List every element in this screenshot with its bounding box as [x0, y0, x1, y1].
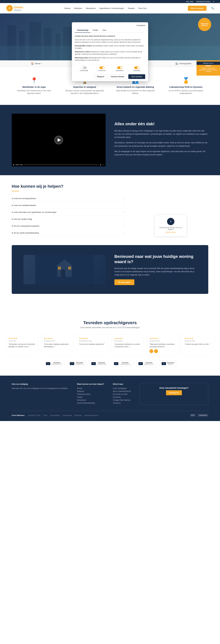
review-card-4: ★★★★★ 04 mei 2023 "Liep gewoon vlekkeloo… [111, 334, 144, 356]
vacatures-line2: Klik hier [201, 24, 208, 26]
footer-link-bedrijven[interactable]: Bedrijven [77, 390, 104, 392]
footer-col3-title: Direct naar: [113, 383, 131, 385]
review-text-5: "Altijd goed bereikbaar, meerdenen, serv… [149, 343, 176, 348]
review-date-3: 26 september 2023 [79, 340, 106, 342]
footer-link-vacatures[interactable]: Vacatures [113, 402, 131, 404]
footer-link-wonen[interactable]: Wonen [77, 387, 104, 390]
nav-over-ons[interactable]: Over Ons [138, 7, 146, 10]
cookie-statistisch-label: Statistische cookies [75, 51, 90, 52]
feature-nvm-title: Lidmaatschap NVM en Dynamis [166, 86, 205, 88]
review-stars-4: ★★★★★ [114, 337, 141, 340]
klantbeoordeling: 9 Benieuwd wat klanten over ons zeggen? … [155, 215, 187, 236]
direct-contact-button[interactable]: Direct contact [188, 6, 206, 11]
reviewer-name-6: Anoniem [167, 362, 174, 364]
review-stars-6: ★★★★★ [185, 337, 211, 340]
quick-nav-wonen[interactable]: 🏠 Wonen › [0, 60, 73, 67]
footer-bottom: Ooms Makelaars Copyright © 2025 Home Pri… [12, 411, 208, 417]
selectie-button[interactable]: Selectie toestaan [108, 74, 127, 79]
review-card-1: ★★★★★ 12 juli 2024 "Wij werden snel aan … [6, 334, 38, 356]
fullscreen-icon[interactable]: ⛶ [103, 164, 104, 166]
logo[interactable]: O Ooms Makelaars [6, 4, 23, 12]
waarde-banner: Digitaal waarde rapport Binnen 2 minuten… [196, 60, 220, 76]
footer-link-home[interactable]: Home [43, 414, 47, 416]
footer-link-disclaimer[interactable]: Disclaimer [74, 414, 82, 416]
reviewer-3: O Anoniem Kruisplein 190 [89, 360, 109, 367]
toggle-noodzakelijk-label: Noodzakelijk [80, 70, 88, 71]
toggle-marketing-switch[interactable] [134, 66, 139, 69]
klant-reviews-link[interactable]: Bekijk reviews [166, 231, 176, 233]
feature-marktleider-title: Marktleider in de regio [15, 86, 54, 88]
help-underline [12, 191, 19, 191]
help-item-bedrijf-label: Ik zoek een bedrijfsmakelaar [12, 204, 36, 206]
video-progress-bar[interactable] [24, 164, 99, 165]
help-item-taxatie[interactable]: Ik heb een taxatie nodig › [12, 216, 124, 222]
nav-nieuwbouw[interactable]: Nieuwbouw [86, 7, 96, 10]
help-item-zoekopdracht[interactable]: Ik wil een zoekopdracht plaatsen › [12, 222, 124, 230]
review-arrow-next[interactable]: › [154, 349, 158, 353]
klant-badge: 9 [167, 218, 174, 225]
footer-link-privacy[interactable]: Privacybeleid [50, 414, 60, 416]
toggle-noodzakelijk-switch[interactable] [81, 66, 87, 69]
feature-nvm: 🏅 Lidmaatschap NVM en Dynamis Lid van NV… [163, 74, 208, 98]
help-item-hypotheek-chevron: › [124, 211, 124, 214]
toggle-noodzakelijk: Noodzakelijk [80, 66, 88, 71]
vacatures-badge[interactable]: Vacatures Klik hier [198, 18, 211, 31]
help-item-hypotheek-label: Ik zoek informatie over hypotheken en ve… [12, 211, 57, 213]
help-item-woning[interactable]: Ik zoek een woningmakelaar › [12, 195, 124, 202]
footer-link-vestigingen[interactable]: Onze Vestigingen [113, 387, 131, 390]
toggle-voorkeuren-switch[interactable] [99, 66, 105, 69]
aanvragen-button[interactable]: Nu aanvragen [114, 279, 134, 285]
footer-link-enschede[interactable]: Enschede [113, 396, 131, 398]
cookiebot-logo: Cookiebot [137, 24, 145, 26]
footer-link-waardebepaling[interactable]: Gratis Waardebepaling [77, 402, 104, 404]
topbar-openingstijden[interactable]: OPENINGSTIJDEN [196, 1, 210, 2]
header: O Ooms Makelaars Wonen Bedrijven Nieuwbo… [0, 3, 220, 14]
nav-taxaties[interactable]: Taxaties [128, 7, 135, 10]
reviewer-loc-2: Lijnbaan 274 [75, 364, 84, 365]
toggle-marketing-label: Marketing [134, 70, 140, 71]
nav-bedrijven[interactable]: Bedrijven [74, 7, 82, 10]
play-button-icon[interactable]: ▶ [13, 164, 14, 166]
help-item-bedrijf[interactable]: Ik zoek een bedrijfsmakelaar › [12, 202, 124, 209]
review-arrow-prev[interactable]: ‹ [149, 349, 153, 353]
volume-icon[interactable]: 🔊 [100, 164, 102, 166]
review-text-1: "Wij werden snel aan een honderden gehol… [9, 343, 35, 348]
help-item-waardebepaling[interactable]: Ik wil een gratis waardebepaling › [12, 230, 124, 236]
footer-link-inloggen[interactable]: Inloggen Mijn Digimep [113, 399, 131, 401]
footer-link-taxatie[interactable]: Taxatie [77, 396, 104, 398]
review-card-3: ★★★★★ 26 september 2023 "Ik zou deze mak… [76, 334, 109, 356]
cookie-tab-toestemming[interactable]: Toestemming [75, 28, 91, 33]
toggle-statistieken-switch[interactable] [117, 66, 122, 69]
about-title: Alles onder één dak! [114, 122, 208, 126]
nav-hypotheken[interactable]: Hypotheken & Verzekeringen [99, 7, 124, 10]
bereken-button[interactable]: Bereken het nu [196, 62, 220, 65]
about-section: ▶ 0:00 / 1:08 🔊 ⛶ Alles onder één dak! M… [0, 105, 220, 175]
feature-netwerk-desc: Altijd dichtbij met 10 kantoren en sterk… [116, 89, 155, 95]
reviews-grid: ★★★★★ 12 juli 2024 "Wij werden snel aan … [6, 334, 214, 356]
footer-link-financieel[interactable]: Financieel advies [77, 393, 104, 395]
footer-link-cookie[interactable]: Cookiebeleid [62, 414, 72, 416]
help-item-hypotheek[interactable]: Ik zoek informatie over hypotheken en ve… [12, 209, 124, 216]
footer-logo-text: Ooms Makelaars [12, 414, 25, 416]
about-video[interactable]: ▶ 0:00 / 1:08 🔊 ⛶ [12, 114, 106, 166]
reviewer-logo-4: O [114, 362, 118, 365]
alles-toestaan-button[interactable]: Alles toestaan [128, 74, 145, 79]
newsletter-button[interactable]: Schrijf je in! [166, 390, 182, 395]
search-icon[interactable]: 🔍 [211, 6, 214, 10]
review-date-1: 12 juli 2024 [9, 340, 35, 342]
reviewer-4: O Anoniem Herrendorfstal 41 [112, 360, 133, 367]
topbar-region[interactable]: BEL ONS [186, 1, 193, 2]
feature-expertise-title: Expertise in vastgoed [65, 86, 104, 88]
footer-link-keurmerk[interactable]: Keurmerk en NVM [113, 393, 131, 395]
reviews-subtitle: Onze klanten beoordelen ons met een 9.0 … [6, 326, 214, 328]
footer-link-klachten[interactable]: Klachtenprocedure [85, 414, 98, 416]
weigeren-button[interactable]: Weigeren [94, 74, 107, 79]
footer-link-klanteninternet[interactable]: Mow nl Klanteninternet [113, 390, 131, 392]
cookie-tab-details[interactable]: Details [91, 28, 100, 33]
nav-wonen[interactable]: Wonen [65, 7, 71, 10]
waarde-banner-subtitle: Binnen 2 minuten de geschatte waarde van… [199, 68, 218, 72]
cookie-tab-over[interactable]: Over [100, 28, 109, 33]
footer-link-nieuwbouw[interactable]: Nieuwbouw [77, 399, 104, 401]
waarde-cta-title: Benieuwd naar wat jouw huidige woning wa… [114, 254, 196, 264]
review-date-5: 09 januari 2023 [149, 340, 176, 342]
